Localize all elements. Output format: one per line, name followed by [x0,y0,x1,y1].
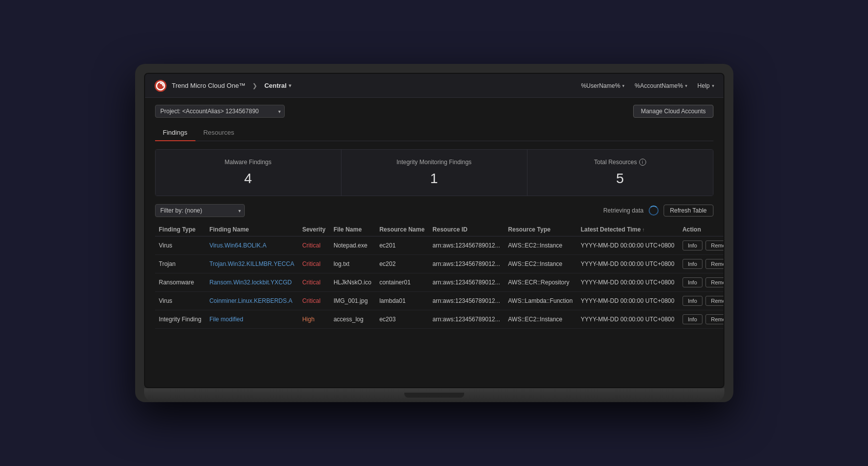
cell-finding-type: Virus [155,292,205,310]
remediate-button[interactable]: Remediate [705,277,724,287]
cell-severity: Critical [298,236,330,255]
remediate-button[interactable]: Remediate [705,240,724,250]
top-nav: Trend Micro Cloud One™ ❯ Central ▾ %User… [145,74,723,98]
stat-resources: Total Resources i 5 [527,150,713,196]
filter-right: Retrieving data Refresh Table [603,205,713,217]
table-row: Virus Virus.Win64.BOLIK.A Critical Notep… [155,236,724,255]
project-select-wrapper: Project: <AccountAlias> 1234567890 [155,105,285,118]
info-button[interactable]: Info [683,240,702,250]
table-row: Virus Coinminer.Linux.KERBERDS.A Critica… [155,292,724,310]
stat-resources-value: 5 [537,171,703,187]
laptop-frame: Trend Micro Cloud One™ ❯ Central ▾ %User… [135,64,733,402]
remediate-button[interactable]: Remediate [705,314,724,324]
cell-file-name: log.txt [330,255,375,273]
stats-row: Malware Findings 4 Integrity Monitoring … [155,149,713,196]
cell-detected-time: YYYY-MM-DD 00:00:00 UTC+0800 [577,236,679,255]
col-detected-time[interactable]: Latest Detected Time [577,223,679,236]
cell-action: Info Remediate [679,310,724,329]
nav-chevron: ❯ [252,82,257,89]
cell-resource-type: AWS::Lambda::Function [504,292,577,310]
info-button[interactable]: Info [683,314,702,324]
cell-detected-time: YYYY-MM-DD 00:00:00 UTC+0800 [577,273,679,292]
cell-resource-type: AWS::EC2::Instance [504,310,577,329]
cell-resource-id: arn:aws:123456789012... [429,292,504,310]
action-buttons: Info Remediate [683,277,724,287]
cell-file-name: HLJkNskO.ico [330,273,375,292]
cell-finding-name: Ransom.Win32.lockbit.YXCGD [205,273,298,292]
cell-finding-type: Ransomware [155,273,205,292]
filter-select[interactable]: Filter by: (none) [155,204,245,217]
project-row: Project: <AccountAlias> 1234567890 Manag… [155,105,713,118]
nav-user-menu[interactable]: %UserName% ▾ [581,82,625,89]
col-resource-id: Resource ID [429,223,504,236]
retrieving-data-text: Retrieving data [603,207,644,214]
cell-action: Info Remediate [679,292,724,310]
finding-name-link[interactable]: Coinminer.Linux.KERBERDS.A [209,297,293,304]
main-content: Project: <AccountAlias> 1234567890 Manag… [145,98,723,387]
remediate-button[interactable]: Remediate [705,296,724,306]
nav-page-caret-icon: ▾ [289,83,291,88]
stat-integrity-label: Integrity Monitoring Findings [351,159,517,166]
col-resource-type: Resource Type [504,223,577,236]
info-button[interactable]: Info [683,296,702,306]
cell-resource-id: arn:aws:123456789012... [429,273,504,292]
nav-page[interactable]: Central ▾ [264,82,291,89]
col-finding-name: Finding Name [205,223,298,236]
cell-resource-id: arn:aws:123456789012... [429,236,504,255]
table-row: Integrity Finding File modified High acc… [155,310,724,329]
user-caret-icon: ▾ [622,83,625,88]
tabs-bar: Findings Resources [155,125,713,141]
severity-badge: Critical [302,242,321,249]
cell-action: Info Remediate [679,273,724,292]
tab-resources[interactable]: Resources [195,125,242,141]
cell-finding-name: Virus.Win64.BOLIK.A [205,236,298,255]
project-select[interactable]: Project: <AccountAlias> 1234567890 [155,105,285,118]
cell-severity: High [298,310,330,329]
remediate-button[interactable]: Remediate [705,259,724,269]
action-buttons: Info Remediate [683,240,724,250]
finding-name-link[interactable]: Virus.Win64.BOLIK.A [209,242,267,249]
finding-name-link[interactable]: Trojan.Win32.KILLMBR.YECCA [209,260,294,267]
tab-findings[interactable]: Findings [155,125,195,141]
info-button[interactable]: Info [683,277,702,287]
action-buttons: Info Remediate [683,259,724,269]
action-buttons: Info Remediate [683,296,724,306]
cell-finding-name: Coinminer.Linux.KERBERDS.A [205,292,298,310]
col-severity: Severity [298,223,330,236]
info-button[interactable]: Info [683,259,702,269]
cell-severity: Critical [298,255,330,273]
cell-resource-type: AWS::EC2::Instance [504,255,577,273]
manage-cloud-accounts-button[interactable]: Manage Cloud Accounts [633,105,713,118]
col-resource-name: Resource Name [375,223,429,236]
table-row: Trojan Trojan.Win32.KILLMBR.YECCA Critic… [155,255,724,273]
cell-finding-name: File modified [205,310,298,329]
cell-finding-type: Integrity Finding [155,310,205,329]
nav-account-menu[interactable]: %AccountName% ▾ [635,82,688,89]
table-row: Ransomware Ransom.Win32.lockbit.YXCGD Cr… [155,273,724,292]
cell-finding-name: Trojan.Win32.KILLMBR.YECCA [205,255,298,273]
cell-file-name: Notepad.exe [330,236,375,255]
laptop-base [144,388,724,402]
stat-resources-label: Total Resources i [537,159,703,166]
cell-file-name: access_log [330,310,375,329]
cell-resource-name: container01 [375,273,429,292]
severity-badge: Critical [302,260,321,267]
cell-resource-id: arn:aws:123456789012... [429,310,504,329]
col-finding-type: Finding Type [155,223,205,236]
cell-detected-time: YYYY-MM-DD 00:00:00 UTC+0800 [577,310,679,329]
cell-detected-time: YYYY-MM-DD 00:00:00 UTC+0800 [577,292,679,310]
cell-severity: Critical [298,292,330,310]
refresh-table-button[interactable]: Refresh Table [664,205,713,217]
cell-finding-type: Virus [155,236,205,255]
total-resources-info-icon[interactable]: i [639,159,646,166]
cell-resource-name: ec201 [375,236,429,255]
stat-malware-label: Malware Findings [166,159,331,166]
finding-name-link[interactable]: Ransom.Win32.lockbit.YXCGD [209,279,292,286]
severity-badge: Critical [302,279,321,286]
trend-micro-logo [154,79,167,92]
finding-name-link[interactable]: File modified [209,316,243,323]
cell-file-name: IMG_001.jpg [330,292,375,310]
severity-badge: High [302,316,315,323]
findings-table: Finding Type Finding Name Severity File … [155,223,724,329]
nav-help-menu[interactable]: Help ▾ [697,82,714,89]
